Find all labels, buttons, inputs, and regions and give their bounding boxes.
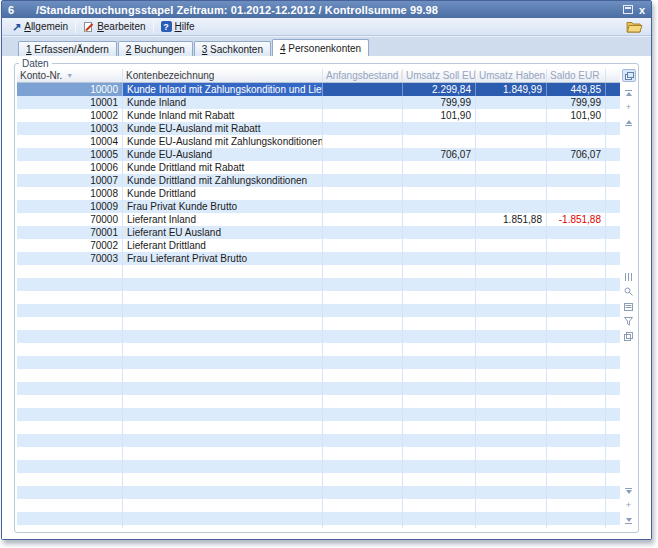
cell-umsatz-haben	[476, 447, 547, 460]
scroll-first-icon[interactable]	[622, 87, 635, 98]
report-icon[interactable]	[622, 301, 635, 312]
cell-saldo	[547, 135, 606, 148]
table-row[interactable]: 70000Lieferant Inland1.851,88-1.851,88	[17, 213, 620, 226]
cell-anfangsbestand	[323, 226, 403, 239]
cell-anfangsbestand	[323, 109, 403, 122]
page-up-icon[interactable]	[622, 117, 635, 128]
table-row-empty[interactable]	[17, 434, 620, 447]
copy-grid-icon[interactable]	[622, 331, 635, 342]
cell-filler	[606, 343, 620, 356]
table-row[interactable]: 10007Kunde Drittland mit Zahlungskonditi…	[17, 174, 620, 187]
window-number: 6	[8, 4, 28, 16]
table-row-empty[interactable]	[17, 265, 620, 278]
cell-umsatz-soll: 799,99	[403, 96, 476, 109]
cell-anfangsbestand	[323, 148, 403, 161]
table-row-empty[interactable]	[17, 330, 620, 343]
cell-anfangsbestand	[323, 408, 403, 421]
table-row-empty[interactable]	[17, 460, 620, 473]
cell-konto-nr	[17, 291, 123, 304]
table-row-empty[interactable]	[17, 525, 620, 528]
cell-saldo	[547, 434, 606, 447]
table-row[interactable]: 10004Kunde EU-Ausland mit Zahlungskondit…	[17, 135, 620, 148]
cell-konto-nr: 70000	[17, 213, 123, 226]
table-row-empty[interactable]	[17, 486, 620, 499]
table-row-empty[interactable]	[17, 473, 620, 486]
cell-filler	[606, 317, 620, 330]
scroll-last-icon[interactable]	[622, 515, 635, 526]
tab-buchungen[interactable]: 2 Buchungen	[118, 41, 193, 56]
table-row[interactable]: 10008Kunde Drittland	[17, 187, 620, 200]
restore-icon[interactable]	[623, 5, 633, 14]
cell-filler	[606, 252, 620, 265]
cell-umsatz-haben	[476, 512, 547, 525]
cell-saldo	[547, 512, 606, 525]
table-row[interactable]: 70002Lieferant Drittland	[17, 239, 620, 252]
cell-umsatz-haben	[476, 330, 547, 343]
table-row-empty[interactable]	[17, 369, 620, 382]
tab-personenkonten[interactable]: 4 Personenkonten	[272, 39, 369, 56]
table-row[interactable]: 10006Kunde Drittland mit Rabatt	[17, 161, 620, 174]
close-icon[interactable]: x	[639, 5, 645, 15]
table-row[interactable]: 10002Kunde Inland mit Rabatt101,90101,90	[17, 109, 620, 122]
titlebar: 6 /Standardbuchungsstapel Zeitraum: 01.2…	[2, 1, 651, 18]
table-row-empty[interactable]	[17, 291, 620, 304]
cell-saldo	[547, 200, 606, 213]
table-row-empty[interactable]	[17, 356, 620, 369]
cell-umsatz-haben	[476, 252, 547, 265]
table-row[interactable]: 10001Kunde Inland799,99799,99	[17, 96, 620, 109]
table-row[interactable]: 70001Lieferant EU Ausland	[17, 226, 620, 239]
cell-anfangsbestand	[323, 421, 403, 434]
cell-kontenbezeichnung	[123, 265, 323, 278]
hilfe-button[interactable]: ? Hilfe	[157, 20, 199, 33]
cell-kontenbezeichnung	[123, 434, 323, 447]
table-row-empty[interactable]	[17, 304, 620, 317]
cell-kontenbezeichnung: Kunde Inland mit Rabatt	[123, 109, 323, 122]
table-row-empty[interactable]	[17, 343, 620, 356]
table-row[interactable]: 10005Kunde EU-Ausland706,07706,07	[17, 148, 620, 161]
table-row[interactable]: 10009Frau Privat Kunde Brutto	[17, 200, 620, 213]
table-side-rail: +	[620, 69, 636, 528]
bearbeiten-button[interactable]: Bearbeiten	[79, 20, 149, 34]
cell-umsatz-soll	[403, 252, 476, 265]
column-header-kontenbezeichnung[interactable]: Kontenbezeichnung	[123, 69, 323, 82]
filter-icon[interactable]	[622, 316, 635, 327]
tab-sachkonten[interactable]: 3 Sachkonten	[194, 41, 271, 56]
cell-konto-nr	[17, 278, 123, 291]
allgemein-button[interactable]: ↗ Allgemein	[8, 20, 72, 33]
column-header-umsatz-haben[interactable]: Umsatz Haben EUR	[476, 69, 547, 82]
table-row-empty[interactable]	[17, 317, 620, 330]
cell-umsatz-soll	[403, 434, 476, 447]
cell-umsatz-haben	[476, 122, 547, 135]
cell-konto-nr	[17, 330, 123, 343]
table-row-empty[interactable]	[17, 382, 620, 395]
table-row-empty[interactable]	[17, 512, 620, 525]
table-row[interactable]: 70003Frau Lieferant Privat Brutto	[17, 252, 620, 265]
column-layout-icon[interactable]	[622, 69, 636, 82]
table-row-empty[interactable]	[17, 395, 620, 408]
table-row-empty[interactable]	[17, 499, 620, 512]
search-icon[interactable]	[622, 286, 635, 297]
table-row-empty[interactable]	[17, 408, 620, 421]
column-header-konto-nr[interactable]: Konto-Nr.▼	[17, 69, 123, 82]
table-row-empty[interactable]	[17, 447, 620, 460]
table-row-empty[interactable]	[17, 421, 620, 434]
column-header-umsatz-soll[interactable]: Umsatz Soll EUR	[403, 69, 476, 82]
page-down-icon[interactable]	[622, 485, 635, 496]
cell-konto-nr: 10001	[17, 96, 123, 109]
cell-filler	[606, 109, 620, 122]
column-header-anfangsbestand[interactable]: Anfangsbestand EUR	[323, 69, 403, 82]
table-row[interactable]: 10000Kunde Inland mit Zahlungskondition …	[17, 83, 620, 96]
cell-kontenbezeichnung: Kunde EU-Ausland mit Zahlungskonditionen	[123, 135, 323, 148]
cell-anfangsbestand	[323, 96, 403, 109]
scroll-down-icon[interactable]: +	[622, 500, 635, 511]
cell-umsatz-haben	[476, 200, 547, 213]
open-folder-icon[interactable]	[626, 20, 643, 33]
table-row-empty[interactable]	[17, 278, 620, 291]
cell-anfangsbestand	[323, 135, 403, 148]
column-header-saldo[interactable]: Saldo EUR	[547, 69, 606, 82]
tab-erfassen-aendern[interactable]: 1 Erfassen/Ändern	[18, 41, 117, 56]
scroll-up-icon[interactable]: +	[622, 102, 635, 113]
column-width-icon[interactable]	[622, 271, 635, 282]
cell-saldo	[547, 161, 606, 174]
table-row[interactable]: 10003Kunde EU-Ausland mit Rabatt	[17, 122, 620, 135]
